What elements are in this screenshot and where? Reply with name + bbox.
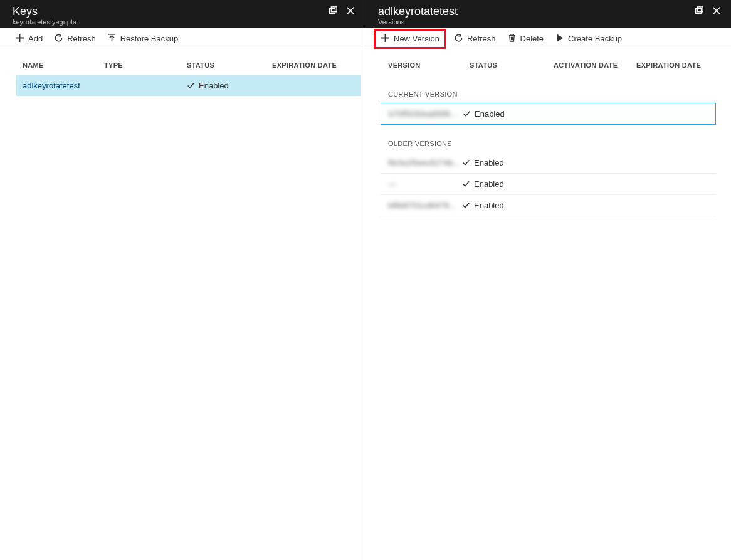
create-backup-label: Create Backup [568,34,622,43]
keys-subtitle: keyrotatetestyagupta [13,18,76,26]
column-status[interactable]: STATUS [187,61,272,69]
column-status[interactable]: STATUS [470,61,554,69]
column-name[interactable]: NAME [23,61,104,69]
keys-header-titles: Keys keyrotatetestyagupta [13,5,76,26]
column-expiration[interactable]: EXPIRATION DATE [272,61,365,69]
versions-window-controls [693,5,722,16]
older-version-rows: f9cfa1f5eec6274b... Enabled — Enabled bf… [366,152,731,216]
check-icon [462,201,470,209]
row-status-label: Enabled [475,109,505,119]
svg-rect-3 [697,7,703,12]
row-status-label: Enabled [199,81,229,90]
keys-rows: adlkeyrotatetest Enabled [0,75,365,96]
table-row[interactable]: — Enabled [381,174,716,195]
refresh-label: Refresh [467,34,496,43]
current-version-rows: b70f5030ea6899... Enabled [366,103,731,125]
trash-icon [507,33,517,45]
versions-header: adlkeyrotatetest Versions [366,0,731,28]
column-version[interactable]: VERSION [388,61,470,69]
table-row[interactable]: adlkeyrotatetest Enabled [16,75,361,96]
row-status: Enabled [462,158,546,167]
row-status: Enabled [187,81,272,90]
table-row[interactable]: b70f5030ea6899... Enabled [381,103,716,125]
table-row[interactable]: bf6b6701cd6478... Enabled [381,195,716,216]
row-status: Enabled [463,109,547,119]
check-icon [187,82,195,90]
row-status: Enabled [462,201,546,210]
column-type[interactable]: TYPE [104,61,187,69]
refresh-label: Refresh [67,34,96,43]
restore-backup-button[interactable]: Restore Backup [102,31,184,47]
delete-button[interactable]: Delete [502,31,549,47]
keys-command-bar: Add Refresh Restore Backup [0,28,365,50]
new-version-button[interactable]: New Version [374,29,446,49]
plus-icon [381,33,390,45]
keys-title: Keys [13,5,76,18]
table-row[interactable]: f9cfa1f5eec6274b... Enabled [381,152,716,174]
play-icon [555,33,564,45]
column-expiration[interactable]: EXPIRATION DATE [636,61,731,69]
restore-window-icon[interactable] [693,5,705,16]
new-version-label: New Version [394,34,439,43]
close-icon[interactable] [711,5,722,16]
keys-pane: Keys keyrotatetestyagupta Add Refresh [0,0,366,560]
row-name: adlkeyrotatetest [23,81,104,90]
versions-header-titles: adlkeyrotatetest Versions [378,5,458,26]
add-label: Add [28,34,43,43]
create-backup-button[interactable]: Create Backup [550,31,627,47]
versions-pane: adlkeyrotatetest Versions New Version Re… [366,0,731,560]
restore-window-icon[interactable] [327,5,339,16]
row-version: — [388,179,462,189]
refresh-icon [454,33,463,45]
keys-header: Keys keyrotatetestyagupta [0,0,365,28]
refresh-button[interactable]: Refresh [449,31,501,47]
check-icon [462,159,470,167]
versions-command-bar: New Version Refresh Delete Create Backup [366,28,731,50]
refresh-button[interactable]: Refresh [49,31,101,47]
row-version: bf6b6701cd6478... [388,201,462,210]
upload-icon [107,33,117,45]
column-activation[interactable]: ACTIVATION DATE [554,61,636,69]
check-icon [462,180,470,188]
row-version: b70f5030ea6899... [389,109,463,119]
check-icon [463,110,471,118]
row-version: f9cfa1f5eec6274b... [388,158,462,167]
older-versions-label: OLDER VERSIONS [366,125,731,152]
versions-table-header: VERSION STATUS ACTIVATION DATE EXPIRATIO… [366,50,731,75]
delete-label: Delete [520,34,544,43]
versions-title: adlkeyrotatetest [378,5,458,18]
current-version-label: CURRENT VERSION [366,75,731,103]
row-status: Enabled [462,179,546,189]
svg-rect-1 [331,7,337,12]
close-icon[interactable] [345,5,356,16]
svg-rect-2 [696,9,702,14]
svg-rect-0 [330,9,335,14]
restore-backup-label: Restore Backup [120,34,179,43]
row-status-label: Enabled [474,158,504,167]
refresh-icon [54,33,63,45]
keys-window-controls [327,5,356,16]
keys-table-header: NAME TYPE STATUS EXPIRATION DATE [0,50,365,75]
row-status-label: Enabled [474,201,504,210]
plus-icon [15,33,24,45]
add-button[interactable]: Add [10,31,48,47]
row-status-label: Enabled [474,179,504,189]
versions-subtitle: Versions [378,18,458,26]
